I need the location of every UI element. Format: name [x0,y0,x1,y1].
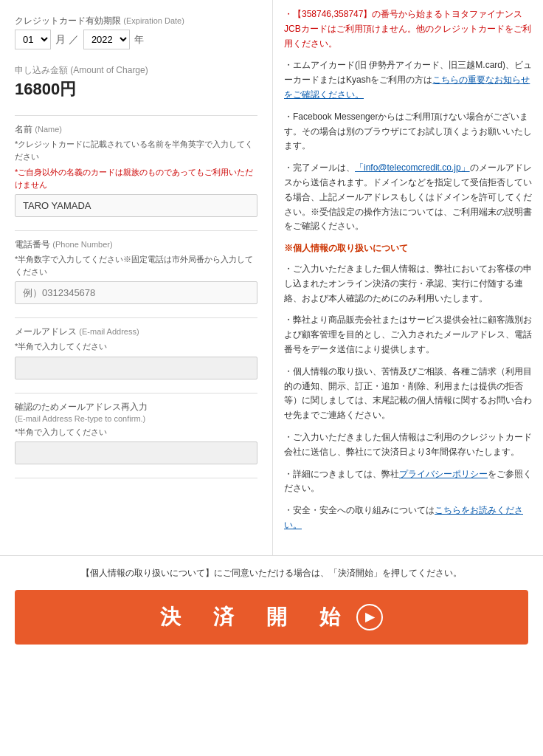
name-note1: *クレジットカードに記載されている名前を半角英字で入力してください [15,138,257,162]
privacy-heading: ※個人情報の取り扱いについて [284,241,532,256]
pay-button-label: 決 済 開 始 [160,603,346,631]
bullet4: ・完了メールは、「info@telecomcredit.co.jp」のメールアド… [284,161,532,234]
amount-label: 申し込み金額 (Amount of Charge) [15,64,257,77]
privacy1: ・ご入力いただきました個人情報は、弊社においてお客様の申し込まれたオンライン決済… [284,262,532,306]
bullet1: ・【358746,358747】の番号から始まるトヨタファイナンスJCBカードは… [284,7,532,51]
right-panel: ・【358746,358747】の番号から始まるトヨタファイナンスJCBカードは… [273,0,543,555]
email-confirm-note1: *半角で入力してください [15,426,257,439]
bullet2: ・エムアイカード(旧 伊勢丹アイカード、旧三越M.card)、ビューカードまたは… [284,58,532,102]
expiry-label: クレジットカード有効期限 (Expiration Date) [15,15,257,27]
email-confirm-label: 確認のためメールアドレス再入力 (E-mail Address Re-type … [15,401,257,424]
name-note2: *ご自身以外の名義のカードは親族のものであってもご利用いただけません [15,166,257,190]
bullet3: ・Facebook Messengerからはご利用頂けない場合がございます。その… [284,110,532,154]
name-input[interactable] [15,194,257,217]
play-icon: ▶ [356,604,383,630]
pay-button[interactable]: 決 済 開 始 ▶ [15,590,528,645]
expiry-year-label: 年 [134,33,144,47]
phone-section: 電話番号 (Phone Number) *半角数字で入力してください※固定電話は… [15,238,257,304]
expiry-year-select[interactable]: 2020 2021 2022 2023 2024 2025 2026 2027 … [83,30,130,49]
privacy2: ・弊社より商品販売会社またはサービス提供会社に顧客識別および顧客管理を目的とし、… [284,313,532,357]
bullet2-link[interactable]: こちらの重要なお知らせをご確認ください。 [284,75,530,100]
expiry-month-label: 月 ／ [55,33,79,47]
expiry-month-select[interactable]: 01 02 03 04 05 06 07 08 09 10 11 12 [15,30,51,49]
amount-section: 申し込み金額 (Amount of Charge) 16800円 [15,64,257,100]
bullet4-link[interactable]: 「info@telecomcredit.co.jp」 [355,162,470,173]
email-label: メールアドレス (E-mail Address) [15,326,257,338]
phone-label: 電話番号 (Phone Number) [15,238,257,251]
bullet1-text: ・【358746,358747】の番号から始まるトヨタファイナンスJCBカードは… [284,9,531,49]
name-section: 名前 (Name) *クレジットカードに記載されている名前を半角英字で入力してく… [15,123,257,217]
privacy4: ・ご入力いただきました個人情報はご利用のクレジットカード会社に送信し、弊社にて決… [284,430,532,460]
left-panel: クレジットカード有効期限 (Expiration Date) 01 02 03 … [0,0,273,555]
amount-value: 16800円 [15,78,257,100]
consent-text: 【個人情報の取り扱いについて】にご同意いただける場合は、「決済開始」を押してくだ… [15,567,528,580]
email-confirm-section: 確認のためメールアドレス再入力 (E-mail Address Re-type … [15,401,257,465]
expiry-row: 01 02 03 04 05 06 07 08 09 10 11 12 月 ／ … [15,30,257,49]
email-note1: *半角で入力してください [15,340,257,353]
email-confirm-input[interactable] [15,441,257,464]
privacy5: ・詳細につきましては、弊社プライバシーポリシーをご参照ください。 [284,467,532,497]
email-input[interactable] [15,357,257,379]
expiry-section: クレジットカード有効期限 (Expiration Date) 01 02 03 … [15,15,257,49]
privacy3: ・個人情報の取り扱い、苦情及びご相談、各種ご請求（利用目的の通知、開示、訂正・追… [284,365,532,423]
privacy5-link[interactable]: プライバシーポリシー [399,469,488,479]
name-label: 名前 (Name) [15,123,257,136]
privacy6: ・安全・安全への取り組みについてはこちらをお読みください。 [284,504,532,533]
phone-input[interactable] [15,281,257,304]
email-section: メールアドレス (E-mail Address) *半角で入力してください [15,326,257,379]
bottom-bar: 【個人情報の取り扱いについて】にご同意いただける場合は、「決済開始」を押してくだ… [0,555,543,652]
phone-note1: *半角数字で入力してください※固定電話は市外局番から入力してください [15,253,257,278]
